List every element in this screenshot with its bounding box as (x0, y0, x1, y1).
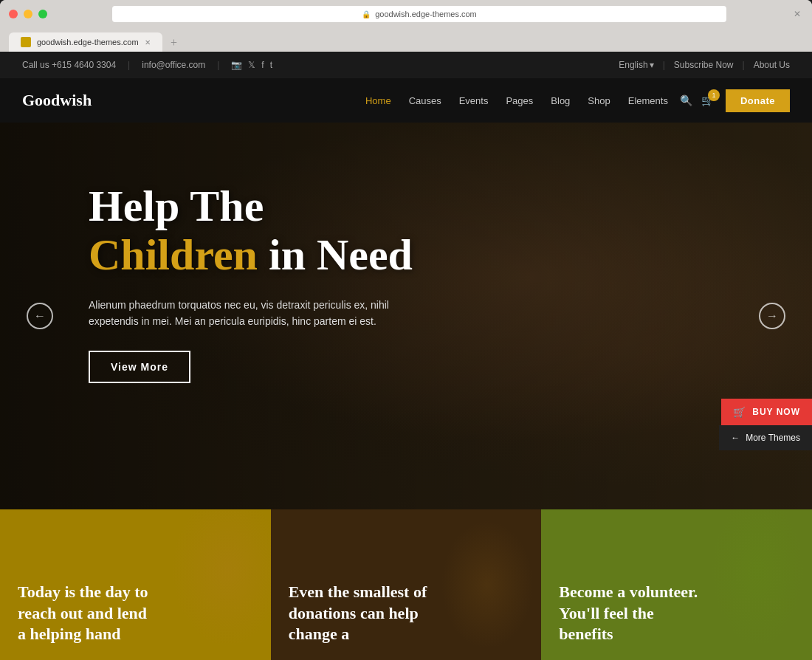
hero-subtitle: Alienum phaedrum torquatos nec eu, vis d… (89, 297, 428, 330)
browser-chrome: 🔒 goodwish.edge-themes.com ✕ goodwish.ed… (0, 0, 812, 52)
site-logo[interactable]: Goodwish (22, 91, 92, 110)
topbar: Call us +615 4640 3304 | info@office.com… (0, 52, 812, 78)
card-2: Even the smallest of donations can help … (271, 509, 542, 660)
tumblr-icon[interactable]: t (270, 60, 272, 70)
tab-favicon (21, 37, 31, 47)
card-3-image (703, 509, 812, 660)
address-bar[interactable]: 🔒 goodwish.edge-themes.com (112, 6, 726, 22)
close-dot[interactable] (9, 10, 18, 18)
new-tab-button[interactable]: + (165, 34, 183, 52)
buy-now-button[interactable]: 🛒 BUY NOW (721, 399, 812, 425)
hero-next-arrow[interactable]: → (759, 303, 785, 329)
tab-title: goodwish.edge-themes.com (37, 38, 139, 47)
card-3: Become a volunteer. You'll feel the bene… (541, 509, 812, 660)
minimize-dot[interactable] (24, 10, 32, 18)
hero-content: Help The Children in Need Alienum phaedr… (89, 182, 428, 383)
url-text: goodwish.edge-themes.com (375, 10, 477, 18)
social-icons: 📷 𝕏 f t (231, 60, 272, 70)
topbar-divider-4: | (743, 60, 745, 70)
hero-section: Help The Children in Need Alienum phaedr… (0, 123, 812, 509)
more-themes-arrow-icon: ← (731, 433, 740, 443)
side-buttons: 🛒 BUY NOW ← More Themes (719, 399, 812, 450)
hero-title-in-need: in Need (269, 230, 413, 279)
bottom-cards: Today is the day to reach out and lend a… (0, 509, 812, 660)
card-1-image (162, 509, 271, 660)
topbar-left: Call us +615 4640 3304 | info@office.com… (22, 60, 272, 70)
topbar-divider-3: | (663, 60, 665, 70)
nav-item-events[interactable]: Events (459, 95, 489, 106)
nav-item-pages[interactable]: Pages (506, 95, 533, 106)
donate-button[interactable]: Donate (726, 89, 790, 112)
nav-item-shop[interactable]: Shop (588, 95, 610, 106)
chevron-down-icon: ▾ (650, 60, 654, 70)
topbar-divider-2: | (217, 60, 219, 70)
browser-tabbar: goodwish.edge-themes.com ✕ + (0, 28, 812, 52)
more-themes-button[interactable]: ← More Themes (719, 425, 812, 450)
view-more-button[interactable]: View More (89, 351, 190, 383)
hero-title-line2: Children in Need (89, 230, 428, 279)
nav-item-blog[interactable]: Blog (551, 95, 570, 106)
search-icon[interactable]: 🔍 (680, 94, 692, 107)
language-selector[interactable]: English ▾ (619, 60, 653, 70)
nav-item-home[interactable]: Home (365, 95, 391, 106)
hero-prev-arrow[interactable]: ← (27, 303, 53, 329)
card-3-text: Become a volunteer. You'll feel the bene… (559, 582, 700, 645)
cart-badge: 1 (708, 89, 720, 101)
website-content: Call us +615 4640 3304 | info@office.com… (0, 52, 812, 660)
browser-close-button[interactable]: ✕ (791, 8, 803, 20)
card-1: Today is the day to reach out and lend a… (0, 509, 271, 660)
nav-item-causes[interactable]: Causes (409, 95, 441, 106)
facebook-icon[interactable]: f (261, 60, 264, 70)
nav-links: Home Causes Events Pages Blog Shop Eleme… (365, 95, 668, 106)
card-1-text: Today is the day to reach out and lend a… (18, 582, 159, 645)
subscribe-link[interactable]: Subscribe Now (674, 60, 734, 70)
hero-title-children: Children (89, 230, 258, 279)
instagram-icon[interactable]: 📷 (231, 60, 242, 70)
browser-tab[interactable]: goodwish.edge-themes.com ✕ (9, 32, 162, 52)
twitter-icon[interactable]: 𝕏 (248, 60, 255, 70)
nav-item-elements[interactable]: Elements (628, 95, 668, 106)
about-link[interactable]: About Us (754, 60, 790, 70)
buy-cart-icon: 🛒 (733, 406, 746, 418)
card-2-text: Even the smallest of donations can help … (289, 582, 430, 645)
more-themes-label: More Themes (746, 433, 800, 443)
email-address: info@office.com (142, 60, 205, 70)
cart-icon-wrap[interactable]: 🛒 1 (701, 94, 714, 107)
browser-titlebar: 🔒 goodwish.edge-themes.com ✕ (0, 0, 812, 28)
phone-number: Call us +615 4640 3304 (22, 60, 116, 70)
buy-now-label: BUY NOW (752, 407, 800, 417)
hero-title-line1: Help The (89, 182, 428, 230)
maximize-dot[interactable] (38, 10, 47, 18)
nav-icons: 🔍 🛒 1 (680, 94, 714, 107)
topbar-divider-1: | (128, 60, 130, 70)
language-label: English (619, 60, 647, 70)
navbar: Goodwish Home Causes Events Pages Blog S… (0, 78, 812, 123)
topbar-right: English ▾ | Subscribe Now | About Us (619, 60, 790, 70)
card-2-image (433, 509, 542, 660)
tab-close-icon[interactable]: ✕ (145, 38, 151, 47)
lock-icon: 🔒 (362, 10, 371, 18)
